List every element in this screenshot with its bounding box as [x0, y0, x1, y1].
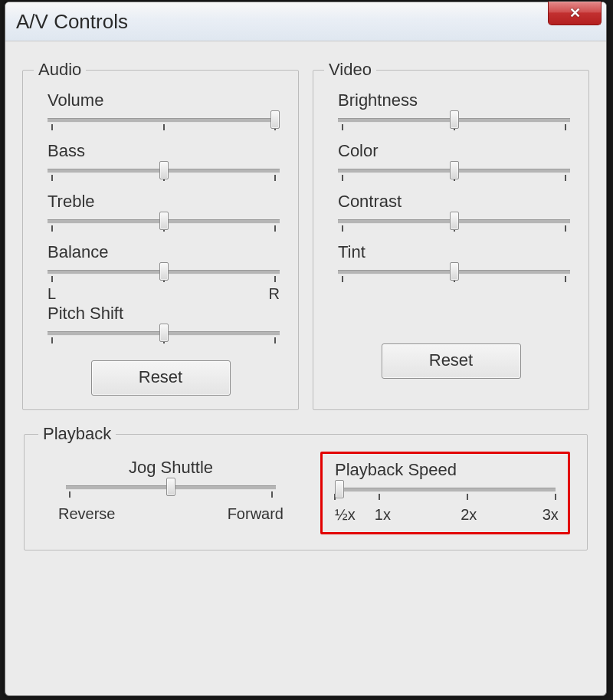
contrast-slider[interactable]	[338, 213, 570, 236]
pitchshift-thumb[interactable]	[159, 324, 169, 342]
treble-thumb[interactable]	[159, 212, 169, 230]
video-legend: Video	[324, 60, 376, 80]
volume-slider[interactable]	[48, 112, 280, 135]
window-title: A/V Controls	[16, 10, 128, 34]
close-button[interactable]: ✕	[548, 2, 602, 25]
audio-legend: Audio	[34, 60, 86, 80]
bass-control: Bass	[34, 140, 287, 190]
speed-slider[interactable]	[335, 481, 556, 504]
brightness-label: Brightness	[338, 90, 570, 110]
audio-group: Audio Volume Bass	[22, 60, 299, 410]
pitchshift-control: Pitch Shift	[34, 302, 287, 353]
pitchshift-slider[interactable]	[48, 325, 280, 348]
balance-control: Balance L R	[34, 241, 287, 307]
jog-thumb[interactable]	[166, 478, 175, 496]
color-label: Color	[338, 141, 570, 161]
audio-reset-button[interactable]: Reset	[91, 360, 231, 396]
balance-l: L	[48, 285, 56, 303]
titlebar[interactable]: A/V Controls ✕	[5, 2, 606, 41]
speed-scale: ½x 1x 2x 3x	[335, 506, 556, 524]
color-thumb[interactable]	[450, 161, 459, 179]
tint-slider[interactable]	[338, 264, 570, 287]
brightness-thumb[interactable]	[450, 110, 459, 129]
pitchshift-label: Pitch Shift	[48, 304, 280, 324]
close-icon: ✕	[569, 5, 581, 21]
speed-thumb[interactable]	[335, 480, 344, 498]
color-control: Color	[324, 140, 578, 190]
jog-forward-label: Forward	[228, 505, 284, 523]
contrast-thumb[interactable]	[450, 212, 459, 230]
playback-group: Playback Jog Shuttle Reverse Forward	[24, 424, 588, 550]
treble-slider[interactable]	[48, 213, 280, 236]
volume-label: Volume	[48, 90, 280, 110]
video-reset-button[interactable]: Reset	[382, 343, 521, 379]
treble-control: Treble	[34, 190, 287, 241]
contrast-label: Contrast	[338, 192, 570, 212]
bass-thumb[interactable]	[159, 161, 169, 179]
treble-label: Treble	[48, 192, 280, 212]
speed-label: Playback Speed	[335, 460, 556, 480]
playback-legend: Playback	[38, 424, 116, 444]
brightness-slider[interactable]	[338, 112, 570, 135]
color-slider[interactable]	[338, 163, 570, 186]
bass-slider[interactable]	[48, 163, 280, 186]
brightness-control: Brightness	[324, 89, 578, 140]
tint-control: Tint	[324, 241, 578, 291]
jog-shuttle-control: Jog Shuttle Reverse Forward	[38, 455, 299, 536]
balance-label: Balance	[48, 242, 280, 262]
playback-speed-section: Playback Speed ½x	[313, 455, 573, 536]
video-group: Video Brightness Color	[313, 60, 589, 410]
balance-thumb[interactable]	[159, 262, 169, 281]
client-area: Audio Volume Bass	[5, 41, 606, 567]
jog-reverse-label: Reverse	[58, 505, 115, 523]
tint-thumb[interactable]	[450, 262, 459, 281]
contrast-control: Contrast	[324, 190, 578, 241]
volume-control: Volume	[34, 89, 287, 140]
playback-speed-highlight: Playback Speed ½x	[320, 452, 570, 534]
bass-label: Bass	[48, 141, 280, 161]
jog-slider[interactable]	[66, 479, 276, 502]
jog-label: Jog Shuttle	[51, 458, 291, 478]
balance-slider[interactable]	[48, 264, 280, 287]
av-controls-window: A/V Controls ✕ Audio Volume Bass	[5, 2, 607, 696]
volume-thumb[interactable]	[270, 110, 280, 129]
balance-r: R	[269, 285, 280, 303]
tint-label: Tint	[338, 242, 570, 262]
